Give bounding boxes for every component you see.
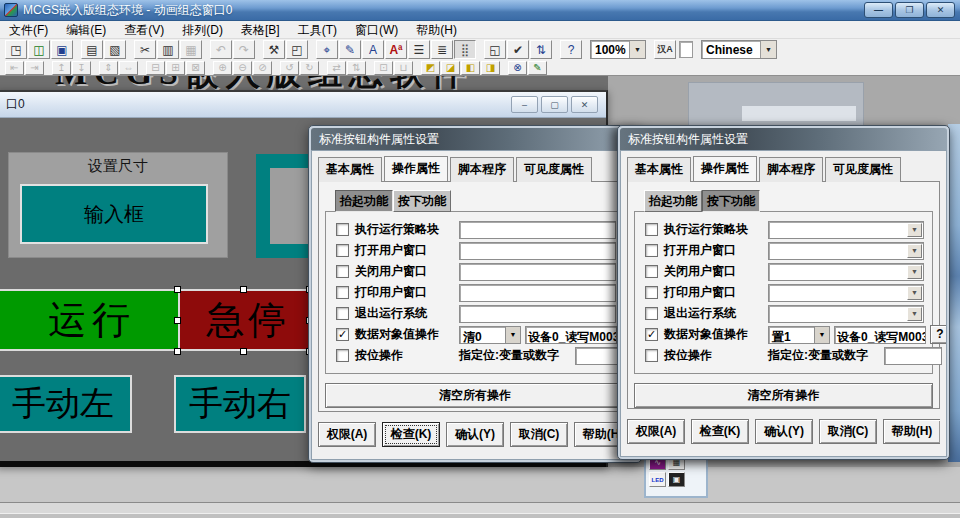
language-combo[interactable]: Chinese xyxy=(701,40,777,59)
value-operation-combo[interactable]: 清0 xyxy=(459,326,521,344)
row-field[interactable] xyxy=(768,221,924,239)
help-button[interactable]: 帮助(H) xyxy=(883,419,940,444)
chevron-down-icon[interactable] xyxy=(629,41,645,58)
print-preview-icon[interactable]: ▧ xyxy=(104,40,126,59)
tab-script[interactable]: 脚本程序 xyxy=(450,157,514,182)
row-field[interactable] xyxy=(768,263,924,281)
row-checkbox[interactable] xyxy=(645,265,658,278)
manual-left-button-object[interactable]: 手动左 xyxy=(0,375,132,433)
doc-window-titlebar[interactable]: 口0 ‒ ▢ ✕ xyxy=(0,92,606,118)
row-field[interactable] xyxy=(459,221,616,239)
align-list-icon[interactable]: ≣ xyxy=(431,40,453,59)
send-backward-icon[interactable]: ◨ xyxy=(481,61,500,75)
check-button[interactable]: 检查(K) xyxy=(691,419,749,444)
doc-restore-button[interactable]: ▢ xyxy=(541,96,568,113)
menu-arrange[interactable]: 排列(D) xyxy=(173,21,232,39)
tab-basic[interactable]: 基本属性 xyxy=(627,157,691,182)
edit-attribute-icon[interactable]: ✎ xyxy=(528,61,547,75)
tab-visibility[interactable]: 可见度属性 xyxy=(825,157,901,182)
menu-help[interactable]: 帮助(H) xyxy=(407,21,466,39)
enlarge-icon[interactable]: ⊕ xyxy=(213,61,232,75)
center-horizontal-icon[interactable]: ⇔ xyxy=(119,61,138,75)
translate-icon[interactable]: 汉A xyxy=(654,40,676,59)
align-top-icon[interactable]: ↥ xyxy=(52,61,71,75)
row-checkbox[interactable] xyxy=(645,307,658,320)
permission-button[interactable]: 权限(A) xyxy=(318,422,376,447)
window-properties-icon[interactable]: ◱ xyxy=(484,40,506,59)
minimize-button[interactable]: — xyxy=(864,2,893,18)
row-checkbox[interactable] xyxy=(336,286,349,299)
equal-height-icon[interactable]: ⊞ xyxy=(166,61,185,75)
text-icon[interactable]: A xyxy=(362,40,384,59)
rotate-right-icon[interactable]: ↻ xyxy=(300,61,319,75)
bring-forward-icon[interactable]: ◧ xyxy=(461,61,480,75)
estop-button-object[interactable]: 急停 xyxy=(178,289,318,351)
chevron-down-icon[interactable] xyxy=(760,41,776,58)
dialog-titlebar[interactable]: 标准按钮构件属性设置 xyxy=(311,128,639,150)
toolbox-icon[interactable]: ⚒ xyxy=(263,40,285,59)
flip-vertical-icon[interactable]: ⇅ xyxy=(347,61,366,75)
chevron-down-icon[interactable] xyxy=(907,307,922,321)
new-window-icon[interactable]: ◳ xyxy=(5,40,27,59)
subtab-release-function[interactable]: 抬起功能 xyxy=(644,190,702,212)
subtab-release-function[interactable]: 抬起功能 xyxy=(335,190,393,212)
chevron-down-icon[interactable] xyxy=(907,286,922,300)
bit-field[interactable] xyxy=(884,347,942,365)
row-field[interactable] xyxy=(459,263,616,281)
close-button[interactable]: ✕ xyxy=(926,2,955,18)
tab-script[interactable]: 脚本程序 xyxy=(759,157,823,182)
object-value-field[interactable]: 设备0_读写M0030 xyxy=(834,326,926,344)
redo-icon[interactable]: ↷ xyxy=(233,40,255,59)
menu-window[interactable]: 窗口(W) xyxy=(346,21,407,39)
grid-icon[interactable]: ⣿ xyxy=(454,40,476,59)
lock-icon[interactable]: ⊗ xyxy=(508,61,527,75)
align-bottom-icon[interactable]: ↧ xyxy=(72,61,91,75)
clear-all-operations-button[interactable]: 清空所有操作 xyxy=(325,383,625,408)
dialog-titlebar[interactable]: 标准按钮构件属性设置 xyxy=(620,128,947,150)
bit-help-button[interactable]: ? xyxy=(946,346,947,365)
center-vertical-icon[interactable]: ⇕ xyxy=(99,61,118,75)
move-icon[interactable]: ⌖ xyxy=(316,40,338,59)
save-icon[interactable]: ▣ xyxy=(51,40,73,59)
object-help-button[interactable]: ? xyxy=(930,325,947,344)
row-field[interactable] xyxy=(459,242,616,260)
doc-minimize-button[interactable]: ‒ xyxy=(511,96,538,113)
input-box-object[interactable]: 输入框 xyxy=(20,184,208,244)
chevron-down-icon[interactable] xyxy=(907,265,922,279)
row-checkbox[interactable] xyxy=(645,244,658,257)
row-field[interactable] xyxy=(768,242,924,260)
align-left-icon[interactable]: ⇤ xyxy=(5,61,24,75)
cancel-button[interactable]: 取消(C) xyxy=(819,419,877,444)
send-to-back-icon[interactable]: ◪ xyxy=(441,61,460,75)
tab-order-icon[interactable]: ⇅ xyxy=(530,40,552,59)
run-button-object[interactable]: 运行 xyxy=(0,289,192,351)
row-checkbox[interactable] xyxy=(336,265,349,278)
shrink-icon[interactable]: ⊖ xyxy=(233,61,252,75)
object-value-field[interactable]: 设备0_读写M0030 xyxy=(525,326,617,344)
confirm-button[interactable]: 确认(Y) xyxy=(446,422,504,447)
group-icon[interactable]: ⊡ xyxy=(374,61,393,75)
menu-file[interactable]: 文件(F) xyxy=(0,21,57,39)
distribute-icon[interactable]: ⊘ xyxy=(253,61,272,75)
tab-operation[interactable]: 操作属性 xyxy=(693,156,757,181)
row-checkbox[interactable] xyxy=(336,307,349,320)
selection-handle[interactable] xyxy=(174,286,181,293)
row-field[interactable] xyxy=(768,284,924,302)
row-checkbox[interactable] xyxy=(645,223,658,236)
bring-to-front-icon[interactable]: ◩ xyxy=(421,61,440,75)
edit-icon[interactable]: ✎ xyxy=(339,40,361,59)
ungroup-icon[interactable]: ⊔ xyxy=(394,61,413,75)
font-icon[interactable]: Aª xyxy=(385,40,407,59)
row-checkbox[interactable] xyxy=(645,286,658,299)
row-field[interactable] xyxy=(459,284,616,302)
permission-button[interactable]: 权限(A) xyxy=(627,419,685,444)
equal-size-icon[interactable]: ⊠ xyxy=(186,61,205,75)
chevron-down-icon[interactable] xyxy=(814,327,829,343)
row-checkbox[interactable] xyxy=(645,328,658,341)
equal-width-icon[interactable]: ⊟ xyxy=(146,61,165,75)
selection-handle[interactable] xyxy=(240,286,247,293)
menu-table[interactable]: 表格[B] xyxy=(232,21,289,39)
menu-view[interactable]: 查看(V) xyxy=(115,21,173,39)
context-help-icon[interactable]: ? xyxy=(560,40,582,59)
cancel-button[interactable]: 取消(C) xyxy=(510,422,568,447)
